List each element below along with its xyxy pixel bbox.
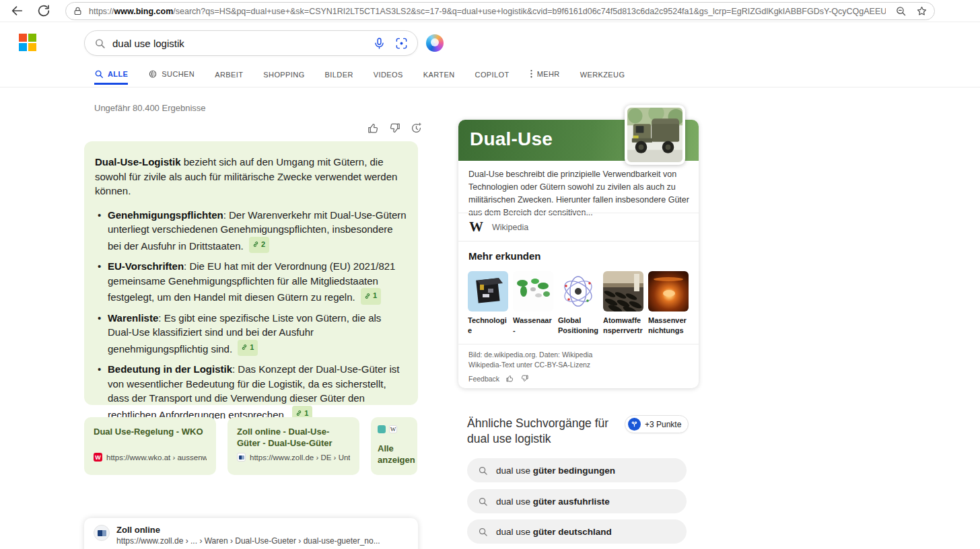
answer-feedback-icons: [367, 122, 423, 135]
search-tabs: ALLE SUCHEN ARBEIT SHOPPING BILDER VIDEO…: [94, 65, 625, 85]
search-icon: [478, 497, 488, 507]
answer-bullet: Warenliste: Es gibt eine spezifische Lis…: [95, 311, 407, 357]
thumbs-down-icon[interactable]: [388, 122, 401, 135]
tab-arbeit[interactable]: ARBEIT: [215, 71, 243, 85]
technologie-thumbnail: [468, 271, 508, 312]
browser-toolbar: https://www.bing.com/search?qs=HS&pq=dua…: [0, 0, 980, 22]
wikipedia-link[interactable]: W Wikipedia: [469, 219, 528, 235]
atomwaffen-thumbnail: [603, 271, 643, 312]
panel-image-truck[interactable]: [625, 105, 685, 165]
search-icon: [478, 527, 488, 537]
tab-label: BILDER: [325, 71, 353, 79]
tab-mehr[interactable]: MEHR: [530, 69, 560, 85]
explore-item-technologie[interactable]: Technologie: [468, 271, 508, 336]
tab-label: SUCHEN: [162, 70, 195, 78]
explore-caption: Massenvernichtungswaffe: [648, 316, 689, 336]
source-card-url: https://www.zoll.de › DE › Unter...: [250, 453, 350, 462]
thumbs-up-icon[interactable]: [367, 122, 380, 135]
points-label: +3 Punkte: [645, 420, 681, 429]
tab-copilot[interactable]: COPILOT: [475, 71, 510, 85]
refresh-icon[interactable]: [36, 3, 51, 18]
ai-answer-box: Dual-Use-Logistik bezieht sich auf den U…: [84, 141, 418, 405]
zoll-favicon: [237, 453, 246, 462]
search-input[interactable]: [112, 38, 363, 49]
explore-title: Mehr erkunden: [468, 250, 541, 262]
tab-werkzeug[interactable]: WERKZEUG: [580, 71, 625, 85]
result-title: Zoll online: [116, 525, 380, 535]
ms-square-yellow: [28, 43, 36, 51]
related-search-text: dual use güter deutschland: [496, 527, 612, 537]
ellipsis-icon: [530, 69, 533, 79]
related-search-pill[interactable]: dual use güter ausfuhrliste: [467, 489, 687, 513]
lock-icon: [73, 6, 83, 16]
related-searches-heading: Ähnliche Suchvorgänge für dual use logis…: [467, 416, 619, 447]
explore-caption: Global Positioning…: [558, 316, 598, 336]
tab-suchen[interactable]: SUCHEN: [148, 69, 195, 85]
ai-info-icon[interactable]: [410, 122, 423, 135]
related-search-pill[interactable]: dual use güter bedingungen: [467, 458, 687, 482]
citation-badge[interactable]: 1: [238, 340, 258, 357]
answer-intro: Dual-Use-Logistik bezieht sich auf den U…: [95, 155, 407, 198]
source-favicon: [378, 425, 386, 433]
divider: [458, 241, 699, 242]
rewards-points-badge[interactable]: +3 Punkte: [625, 415, 689, 433]
microphone-icon[interactable]: [373, 37, 386, 50]
answer-bullet: Bedeutung in der Logistik: Das Konzept d…: [95, 362, 407, 422]
thumbs-up-icon[interactable]: [505, 374, 514, 383]
ms-square-green: [28, 34, 36, 42]
source-card-zoll[interactable]: Zoll online - Dual-Use-Güter - Dual-Use-…: [228, 417, 359, 475]
related-search-pill[interactable]: dual use güter deutschland: [467, 519, 687, 544]
related-search-text: dual use güter bedingungen: [496, 466, 615, 476]
microsoft-logo[interactable]: [19, 34, 36, 51]
zoom-out-icon[interactable]: [895, 5, 907, 17]
explore-caption: Technologie: [468, 316, 508, 336]
back-icon[interactable]: [9, 3, 24, 18]
wassenaar-thumbnail: [513, 271, 553, 312]
tab-label: WERKZEUG: [580, 71, 625, 79]
military-truck-image: [627, 108, 682, 162]
address-bar[interactable]: https://www.bing.com/search?qs=HS&pq=dua…: [65, 2, 935, 20]
copilot-logo[interactable]: [426, 34, 444, 52]
ms-square-red: [19, 34, 27, 42]
source-card-wko[interactable]: Dual Use-Regelung - WKO W https://www.wk…: [84, 417, 216, 475]
tabs-divider: [0, 87, 980, 87]
show-all-label: Alle anzeigen: [378, 443, 411, 466]
favorite-star-icon[interactable]: [916, 5, 928, 17]
tab-bilder[interactable]: BILDER: [325, 71, 353, 85]
explore-item-global-positioning[interactable]: Global Positioning…: [558, 271, 598, 336]
tab-videos[interactable]: VIDEOS: [374, 71, 403, 85]
wikipedia-label: Wikipedia: [492, 223, 528, 232]
bing-search-page: https://www.bing.com/search?qs=HS&pq=dua…: [0, 0, 980, 549]
tab-alle[interactable]: ALLE: [94, 69, 128, 85]
divider: [458, 344, 699, 344]
tab-label: VIDEOS: [374, 71, 403, 79]
wko-favicon: W: [94, 453, 102, 462]
visual-search-icon[interactable]: [395, 37, 408, 50]
search-box[interactable]: [84, 30, 418, 56]
explore-row: Technologie Wassenaar-Abkommen Global Po…: [468, 271, 689, 336]
tab-shopping[interactable]: SHOPPING: [263, 71, 304, 85]
answer-bullet-list: Genehmigungspflichten: Der Warenverkehr …: [95, 208, 407, 423]
explore-item-wassenaar-abkommen[interactable]: Wassenaar-Abkommen: [513, 271, 553, 336]
knowledge-panel: Dual-Use Dual-Use beschreibt die prinzip…: [458, 120, 699, 388]
source-card-url: https://www.wko.at › aussenwir...: [106, 453, 207, 462]
tab-label: COPILOT: [475, 71, 510, 79]
explore-item-atomwaffensperrvertrag[interactable]: Atomwaffensperrvertrag: [603, 271, 643, 336]
zoll-favicon: [94, 525, 110, 541]
source-card-title: Zoll online - Dual-Use-Güter - Dual-Use-…: [237, 426, 350, 449]
search-icon: [94, 38, 106, 49]
tab-label: ARBEIT: [215, 71, 243, 79]
tab-karten[interactable]: KARTEN: [423, 71, 455, 85]
citation-badge[interactable]: 1: [361, 288, 381, 305]
answer-bullet: Genehmigungspflichten: Der Warenverkehr …: [95, 208, 407, 254]
source-card-title: Dual Use-Regelung - WKO: [94, 426, 207, 437]
result-zoll-online[interactable]: Zoll online https://www.zoll.de › ... › …: [84, 518, 418, 549]
show-all-sources-card[interactable]: W Alle anzeigen: [371, 417, 417, 475]
wikipedia-favicon: W: [389, 425, 397, 433]
tab-label: ALLE: [108, 70, 128, 78]
citation-badge[interactable]: 2: [249, 237, 269, 254]
thumbs-down-icon[interactable]: [520, 374, 529, 383]
search-icon: [478, 466, 488, 476]
explore-item-massenvernichtungswaffe[interactable]: Massenvernichtungswaffe: [648, 271, 689, 336]
panel-feedback: Feedback: [468, 374, 529, 383]
